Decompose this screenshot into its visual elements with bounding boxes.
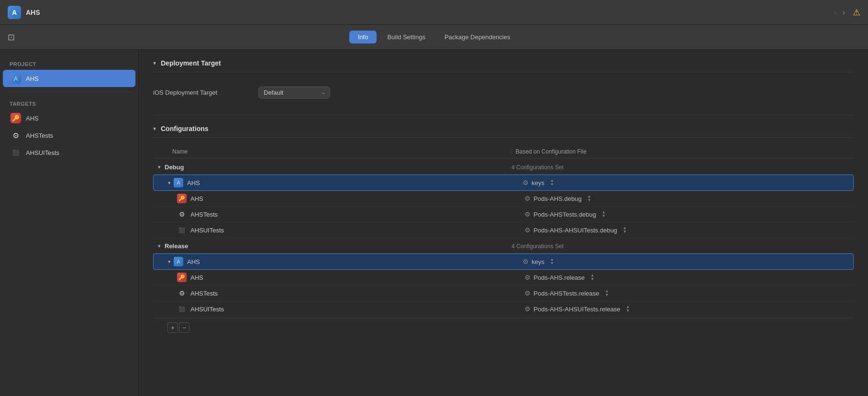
debug-ahsuitests-child-icon: ⬛ [177, 225, 187, 235]
deployment-target-select-wrapper: Default [258, 87, 330, 99]
debug-group-label: Debug [165, 164, 507, 171]
nav-arrows: ‹ › [832, 7, 847, 18]
release-ahs-child-1[interactable]: 🔑 AHS ⚙ Pods-AHS.release ▲ ▼ [153, 270, 854, 286]
release-ahs-name: AHS [187, 258, 518, 265]
release-ahs-stepper-down[interactable]: ▼ [549, 262, 555, 265]
debug-child-1-gear-icon: ⚙ [524, 195, 531, 202]
release-ahstests-config: Pods-AHSTests.release [534, 290, 599, 297]
debug-ahs-child-1-value: ⚙ Pods-AHS.debug ▲ ▼ [520, 195, 854, 202]
col-config-header: Based on Configuration File [511, 148, 854, 155]
release-ahstests-name: AHSTests [190, 290, 520, 297]
debug-ahstests-gear-icon: ⚙ [524, 210, 531, 218]
release-ahstests-stepper[interactable]: ▲ ▼ [604, 289, 610, 297]
sidebar-item-ahs-target[interactable]: 🔑 AHS [3, 110, 135, 127]
debug-ahstests-child[interactable]: ⚙ AHSTests ⚙ Pods-AHSTests.debug ▲ ▼ [153, 207, 854, 222]
ahstests-icon: ⚙ [11, 130, 21, 141]
bottom-bar: + − [153, 318, 854, 337]
debug-ahs-gear-icon: ⚙ [523, 179, 529, 187]
release-ahsuitests-stepper[interactable]: ▲ ▼ [625, 305, 631, 313]
add-configuration-button[interactable]: + [167, 322, 178, 333]
debug-ahsuitests-child-name: AHSUITests [190, 227, 520, 234]
debug-ahstests-child-name: AHSTests [190, 211, 520, 218]
release-ahs-stepper[interactable]: ▲ ▼ [549, 258, 555, 265]
debug-ahsuitests-child[interactable]: ⬛ AHSUITests ⚙ Pods-AHS-AHSUITests.debug… [153, 222, 854, 238]
main-layout: PROJECT A AHS TARGETS 🔑 AHS ⚙ AHSTests ⬛ [0, 50, 868, 396]
deployment-target-section: ▾ Deployment Target iOS Deployment Targe… [139, 50, 868, 115]
debug-ahs-item[interactable]: ▾ A AHS ⚙ keys ▲ ▼ [153, 175, 854, 191]
nav-forward-button[interactable]: › [841, 7, 847, 18]
debug-ahsuitests-value: ⚙ Pods-AHS-AHSUITests.debug ▲ ▼ [520, 226, 854, 234]
content-area: ▾ Deployment Target iOS Deployment Targe… [139, 50, 868, 396]
release-child-1-stepper[interactable]: ▲ ▼ [590, 274, 595, 281]
sidebar-item-ahs-project[interactable]: A AHS [3, 70, 135, 87]
configurations-chevron[interactable]: ▾ [153, 125, 156, 132]
ahs-target-label: AHS [26, 115, 39, 122]
debug-child-1-stepper-down[interactable]: ▼ [586, 198, 592, 202]
release-ahs-child-1-value: ⚙ Pods-AHS.release ▲ ▼ [520, 274, 854, 281]
sidebar-toggle-button[interactable]: ⊡ [8, 32, 15, 43]
release-ahsuitests-stepper-down[interactable]: ▼ [625, 309, 631, 313]
config-group-release: ▾ Release 4 Configurations Set ▾ A AHS ⚙… [153, 239, 854, 317]
debug-ahstests-value: ⚙ Pods-AHSTests.debug ▲ ▼ [520, 210, 854, 218]
release-ahs-config-text: keys [532, 258, 545, 265]
ios-deployment-label: iOS Deployment Target [153, 89, 249, 96]
release-ahsuitests-gear-icon: ⚙ [524, 305, 531, 313]
debug-ahs-child-1-icon: 🔑 [177, 194, 187, 203]
release-ahstests-value: ⚙ Pods-AHSTests.release ▲ ▼ [520, 289, 854, 297]
targets-section-header: TARGETS [0, 97, 138, 110]
ahs-project-icon: A [11, 73, 21, 84]
release-group-header[interactable]: ▾ Release 4 Configurations Set [153, 239, 854, 253]
debug-ahs-child-1-name: AHS [190, 195, 520, 202]
configurations-header: ▾ Configurations [153, 125, 854, 138]
app-icon: A [8, 6, 21, 19]
debug-group-header[interactable]: ▾ Debug 4 Configurations Set [153, 160, 854, 175]
debug-ahs-stepper-down[interactable]: ▼ [549, 183, 555, 187]
release-ahstests-icon: ⚙ [177, 288, 187, 298]
debug-ahsuitests-stepper-down[interactable]: ▼ [622, 230, 628, 234]
debug-group-count: 4 Configurations Set [507, 164, 854, 171]
tab-info[interactable]: Info [349, 31, 377, 44]
debug-ahs-child-1[interactable]: 🔑 AHS ⚙ Pods-AHS.debug ▲ ▼ [153, 191, 854, 207]
remove-configuration-button[interactable]: − [179, 322, 189, 333]
toolbar: ⊡ Info Build Settings Package Dependenci… [0, 25, 868, 50]
debug-ahsuitests-stepper[interactable]: ▲ ▼ [622, 226, 628, 234]
debug-ahstests-child-icon: ⚙ [177, 209, 187, 219]
title-bar: A AHS ‹ › ⚠ [0, 0, 868, 25]
window-title: AHS [26, 9, 40, 16]
nav-back-button[interactable]: ‹ [832, 7, 838, 18]
debug-ahstests-config: Pods-AHSTests.debug [534, 211, 596, 218]
debug-ahs-config-text: keys [532, 179, 545, 187]
release-ahs-child-1-name: AHS [190, 274, 520, 281]
debug-ahs-stepper[interactable]: ▲ ▼ [549, 179, 555, 187]
tab-package-dependencies[interactable]: Package Dependencies [436, 31, 519, 44]
release-ahsuitests-child[interactable]: ⬛ AHSUITests ⚙ Pods-AHS-AHSUITests.relea… [153, 301, 854, 317]
ios-deployment-target-row: iOS Deployment Target Default [153, 80, 854, 105]
release-ahs-item[interactable]: ▾ A AHS ⚙ keys ▲ ▼ [153, 253, 854, 270]
col-name-header: Name [153, 148, 511, 155]
sidebar-divider-1 [8, 92, 131, 92]
debug-ahs-child-1-config: Pods-AHS.debug [534, 195, 581, 202]
release-ahsuitests-config: Pods-AHS-AHSUITests.release [534, 306, 620, 313]
release-ahs-icon: A [174, 257, 183, 266]
tab-build-settings[interactable]: Build Settings [378, 31, 434, 44]
release-child-1-stepper-down[interactable]: ▼ [590, 277, 595, 281]
configurations-section: ▾ Configurations Name Based on Configura… [139, 115, 868, 346]
project-section-header: PROJECT [0, 57, 138, 70]
deployment-target-select[interactable]: Default [258, 87, 330, 99]
release-ahs-gear-icon: ⚙ [523, 258, 529, 265]
release-child-1-gear-icon: ⚙ [524, 274, 531, 281]
debug-ahs-value: ⚙ keys ▲ ▼ [518, 179, 853, 187]
release-ahs-child-1-icon: 🔑 [177, 273, 187, 282]
release-ahstests-child[interactable]: ⚙ AHSTests ⚙ Pods-AHSTests.release ▲ ▼ [153, 286, 854, 301]
deployment-target-chevron[interactable]: ▾ [153, 60, 156, 66]
release-ahstests-stepper-down[interactable]: ▼ [604, 293, 610, 297]
deployment-target-header: ▾ Deployment Target [153, 59, 854, 72]
release-ahsuitests-name: AHSUITests [190, 306, 520, 313]
release-ahs-child-1-config: Pods-AHS.release [534, 274, 585, 281]
sidebar-item-ahstests[interactable]: ⚙ AHSTests [3, 127, 135, 144]
sidebar-item-ahsuitests[interactable]: ⬛ AHSUITests [3, 144, 135, 161]
debug-ahstests-stepper[interactable]: ▲ ▼ [601, 210, 607, 218]
debug-ahstests-stepper-down[interactable]: ▼ [601, 214, 607, 218]
release-ahs-chevron-icon: ▾ [168, 259, 171, 265]
debug-child-1-stepper[interactable]: ▲ ▼ [586, 195, 592, 202]
